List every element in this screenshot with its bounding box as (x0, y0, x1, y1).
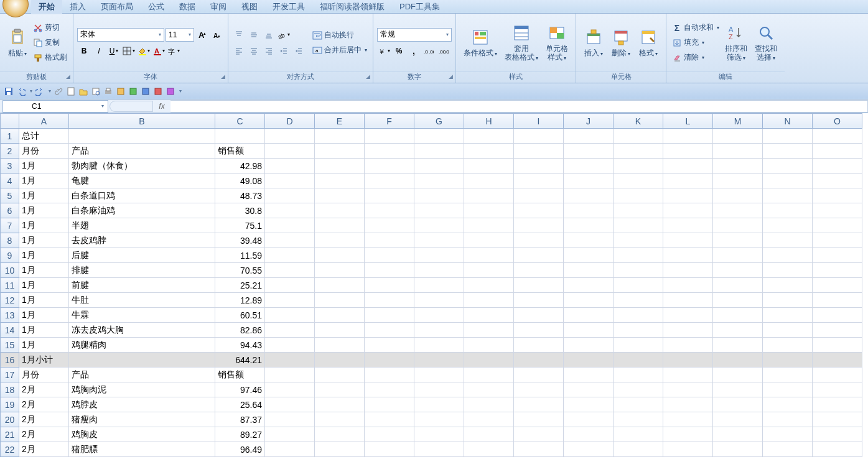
cell[interactable]: 月份 (19, 144, 69, 159)
cell[interactable] (414, 159, 464, 174)
align-right-button[interactable] (262, 44, 276, 58)
cell[interactable] (414, 442, 464, 457)
cell[interactable] (564, 412, 614, 427)
select-all-corner[interactable] (1, 114, 19, 129)
cell[interactable] (813, 382, 862, 397)
cell[interactable] (414, 397, 464, 412)
cell[interactable] (663, 278, 713, 293)
cell[interactable]: 1月 (19, 174, 69, 188)
cell[interactable] (564, 263, 614, 278)
underline-button[interactable]: U▾ (107, 44, 121, 58)
bold-button[interactable]: B (77, 44, 91, 58)
cell[interactable]: 11.59 (215, 248, 265, 263)
percent-button[interactable]: % (392, 44, 406, 58)
cell[interactable]: 75.1 (215, 218, 265, 233)
cell[interactable]: 白条麻油鸡 (69, 203, 215, 218)
cell[interactable] (663, 382, 713, 397)
row-header[interactable]: 15 (1, 338, 19, 353)
cell[interactable] (414, 412, 464, 427)
cell[interactable] (614, 248, 663, 263)
cell[interactable] (663, 427, 713, 442)
print-preview-icon[interactable] (91, 86, 101, 96)
conditional-formatting-button[interactable]: 条件格式▾ (460, 16, 501, 70)
cell[interactable] (464, 308, 514, 323)
cell[interactable]: 1月 (19, 159, 69, 174)
row-header[interactable]: 5 (1, 188, 19, 203)
cell[interactable]: 60.51 (215, 308, 265, 323)
cell[interactable] (365, 353, 414, 368)
cell[interactable] (614, 218, 663, 233)
cell[interactable] (813, 174, 862, 188)
cell[interactable] (763, 442, 813, 457)
spreadsheet-grid[interactable]: ABCDEFGHIJKLMNO 1总计2月份产品销售额31月勃肉腱（休食）42.… (0, 113, 862, 457)
cell[interactable]: 1月 (19, 233, 69, 248)
cell[interactable]: 70.55 (215, 263, 265, 278)
cell[interactable] (365, 323, 414, 338)
cell[interactable] (813, 338, 862, 353)
cell[interactable] (315, 263, 365, 278)
tab-5[interactable]: 审阅 (203, 0, 234, 14)
alignment-dialog-launcher[interactable]: ◢ (366, 73, 370, 80)
cell[interactable] (614, 412, 663, 427)
cell[interactable]: 39.48 (215, 233, 265, 248)
cell[interactable] (663, 203, 713, 218)
cell[interactable] (414, 218, 464, 233)
cell[interactable] (265, 442, 315, 457)
cell[interactable] (813, 308, 862, 323)
cell[interactable]: 牛霖 (69, 308, 215, 323)
row-header[interactable]: 7 (1, 218, 19, 233)
cell[interactable] (813, 218, 862, 233)
cell[interactable] (514, 233, 564, 248)
cell[interactable] (414, 203, 464, 218)
cell[interactable] (464, 338, 514, 353)
cell[interactable] (315, 174, 365, 188)
cell[interactable] (265, 129, 315, 144)
cell[interactable] (365, 248, 414, 263)
cell[interactable] (663, 397, 713, 412)
cell[interactable] (713, 159, 763, 174)
cell[interactable] (315, 427, 365, 442)
cell[interactable] (265, 218, 315, 233)
cell[interactable]: 猪瘦肉 (69, 412, 215, 427)
cell[interactable]: 1月 (19, 203, 69, 218)
cell[interactable] (514, 218, 564, 233)
cell[interactable] (614, 159, 663, 174)
cell[interactable]: 48.73 (215, 188, 265, 203)
cell[interactable]: 1月 (19, 278, 69, 293)
column-header[interactable]: K (614, 114, 663, 129)
cell[interactable] (464, 174, 514, 188)
cell[interactable]: 1月 (19, 293, 69, 308)
cell[interactable] (414, 144, 464, 159)
formula-input[interactable] (170, 100, 868, 113)
cell[interactable] (514, 159, 564, 174)
cell[interactable] (763, 248, 813, 263)
cell[interactable] (713, 353, 763, 368)
cell[interactable] (464, 233, 514, 248)
cell[interactable]: 644.21 (215, 353, 265, 368)
cell[interactable] (265, 144, 315, 159)
cell[interactable] (813, 248, 862, 263)
cell[interactable]: 1月 (19, 308, 69, 323)
cell[interactable]: 87.37 (215, 412, 265, 427)
cell[interactable] (763, 174, 813, 188)
cell[interactable]: 猪肥膘 (69, 442, 215, 457)
cell[interactable] (813, 159, 862, 174)
cell[interactable] (564, 293, 614, 308)
cell[interactable] (365, 278, 414, 293)
row-header[interactable]: 16 (1, 353, 19, 368)
cell[interactable] (763, 278, 813, 293)
cell[interactable] (614, 338, 663, 353)
cell[interactable] (315, 159, 365, 174)
cell[interactable]: 1月 (19, 323, 69, 338)
cell[interactable]: 鸡腿精肉 (69, 338, 215, 353)
cell[interactable] (564, 308, 614, 323)
cell[interactable] (763, 412, 813, 427)
accounting-format-button[interactable]: ￥▾ (377, 44, 391, 58)
tab-2[interactable]: 页面布局 (93, 0, 141, 14)
row-header[interactable]: 21 (1, 427, 19, 442)
cell[interactable] (365, 338, 414, 353)
cell[interactable] (763, 188, 813, 203)
row-header[interactable]: 13 (1, 308, 19, 323)
cell[interactable] (564, 442, 614, 457)
tab-8[interactable]: 福昕阅读器领鲜版 (312, 0, 392, 14)
